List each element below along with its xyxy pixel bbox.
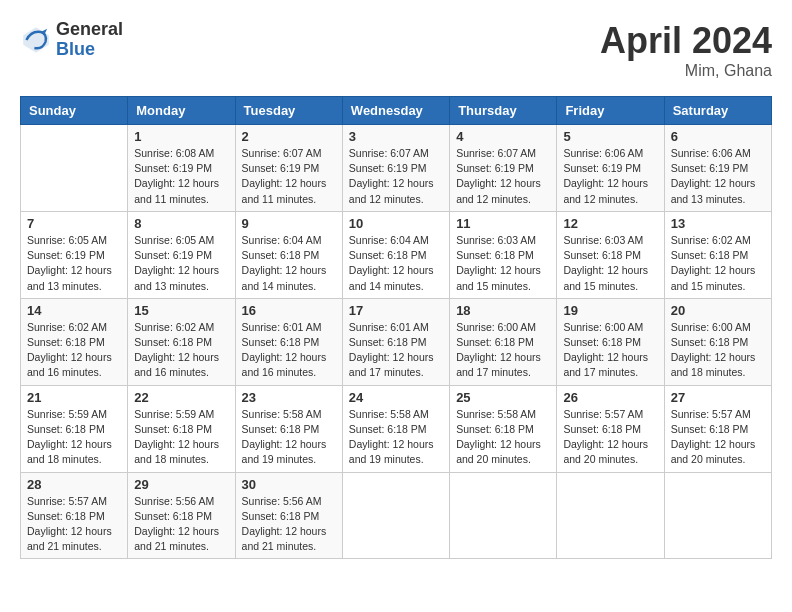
day-number: 13: [671, 216, 765, 231]
day-number: 30: [242, 477, 336, 492]
header-row: SundayMondayTuesdayWednesdayThursdayFrid…: [21, 97, 772, 125]
day-info: Sunrise: 5:57 AM Sunset: 6:18 PM Dayligh…: [671, 407, 765, 468]
day-cell: 5Sunrise: 6:06 AM Sunset: 6:19 PM Daylig…: [557, 125, 664, 212]
day-number: 2: [242, 129, 336, 144]
day-number: 25: [456, 390, 550, 405]
day-info: Sunrise: 6:05 AM Sunset: 6:19 PM Dayligh…: [27, 233, 121, 294]
day-cell: 22Sunrise: 5:59 AM Sunset: 6:18 PM Dayli…: [128, 385, 235, 472]
day-cell: 15Sunrise: 6:02 AM Sunset: 6:18 PM Dayli…: [128, 298, 235, 385]
logo-icon: [20, 24, 52, 56]
day-cell: 12Sunrise: 6:03 AM Sunset: 6:18 PM Dayli…: [557, 211, 664, 298]
day-number: 24: [349, 390, 443, 405]
day-number: 19: [563, 303, 657, 318]
day-info: Sunrise: 6:02 AM Sunset: 6:18 PM Dayligh…: [134, 320, 228, 381]
week-row-2: 14Sunrise: 6:02 AM Sunset: 6:18 PM Dayli…: [21, 298, 772, 385]
day-number: 15: [134, 303, 228, 318]
day-number: 27: [671, 390, 765, 405]
day-number: 12: [563, 216, 657, 231]
day-number: 5: [563, 129, 657, 144]
month-title: April 2024: [600, 20, 772, 62]
day-number: 6: [671, 129, 765, 144]
day-cell: 3Sunrise: 6:07 AM Sunset: 6:19 PM Daylig…: [342, 125, 449, 212]
day-info: Sunrise: 6:03 AM Sunset: 6:18 PM Dayligh…: [563, 233, 657, 294]
day-cell: 27Sunrise: 5:57 AM Sunset: 6:18 PM Dayli…: [664, 385, 771, 472]
day-info: Sunrise: 5:56 AM Sunset: 6:18 PM Dayligh…: [242, 494, 336, 555]
day-cell: 24Sunrise: 5:58 AM Sunset: 6:18 PM Dayli…: [342, 385, 449, 472]
day-info: Sunrise: 6:00 AM Sunset: 6:18 PM Dayligh…: [456, 320, 550, 381]
day-cell: [664, 472, 771, 559]
day-info: Sunrise: 6:00 AM Sunset: 6:18 PM Dayligh…: [671, 320, 765, 381]
day-number: 28: [27, 477, 121, 492]
day-info: Sunrise: 6:07 AM Sunset: 6:19 PM Dayligh…: [349, 146, 443, 207]
day-number: 10: [349, 216, 443, 231]
header-monday: Monday: [128, 97, 235, 125]
day-cell: 9Sunrise: 6:04 AM Sunset: 6:18 PM Daylig…: [235, 211, 342, 298]
day-info: Sunrise: 6:08 AM Sunset: 6:19 PM Dayligh…: [134, 146, 228, 207]
logo-general: General: [56, 20, 123, 40]
day-number: 18: [456, 303, 550, 318]
day-number: 16: [242, 303, 336, 318]
page-header: General Blue April 2024 Mim, Ghana: [20, 20, 772, 80]
day-number: 21: [27, 390, 121, 405]
day-cell: 2Sunrise: 6:07 AM Sunset: 6:19 PM Daylig…: [235, 125, 342, 212]
day-info: Sunrise: 5:59 AM Sunset: 6:18 PM Dayligh…: [27, 407, 121, 468]
day-cell: [557, 472, 664, 559]
header-sunday: Sunday: [21, 97, 128, 125]
day-number: 26: [563, 390, 657, 405]
day-number: 23: [242, 390, 336, 405]
calendar-table: SundayMondayTuesdayWednesdayThursdayFrid…: [20, 96, 772, 559]
header-friday: Friday: [557, 97, 664, 125]
header-saturday: Saturday: [664, 97, 771, 125]
day-cell: 11Sunrise: 6:03 AM Sunset: 6:18 PM Dayli…: [450, 211, 557, 298]
week-row-4: 28Sunrise: 5:57 AM Sunset: 6:18 PM Dayli…: [21, 472, 772, 559]
day-number: 20: [671, 303, 765, 318]
day-cell: 13Sunrise: 6:02 AM Sunset: 6:18 PM Dayli…: [664, 211, 771, 298]
day-info: Sunrise: 6:03 AM Sunset: 6:18 PM Dayligh…: [456, 233, 550, 294]
day-cell: 8Sunrise: 6:05 AM Sunset: 6:19 PM Daylig…: [128, 211, 235, 298]
day-info: Sunrise: 5:58 AM Sunset: 6:18 PM Dayligh…: [242, 407, 336, 468]
day-info: Sunrise: 5:59 AM Sunset: 6:18 PM Dayligh…: [134, 407, 228, 468]
day-cell: 28Sunrise: 5:57 AM Sunset: 6:18 PM Dayli…: [21, 472, 128, 559]
day-info: Sunrise: 6:07 AM Sunset: 6:19 PM Dayligh…: [456, 146, 550, 207]
day-cell: 25Sunrise: 5:58 AM Sunset: 6:18 PM Dayli…: [450, 385, 557, 472]
day-cell: 30Sunrise: 5:56 AM Sunset: 6:18 PM Dayli…: [235, 472, 342, 559]
day-cell: 17Sunrise: 6:01 AM Sunset: 6:18 PM Dayli…: [342, 298, 449, 385]
day-cell: [21, 125, 128, 212]
day-number: 9: [242, 216, 336, 231]
day-cell: 14Sunrise: 6:02 AM Sunset: 6:18 PM Dayli…: [21, 298, 128, 385]
day-cell: 23Sunrise: 5:58 AM Sunset: 6:18 PM Dayli…: [235, 385, 342, 472]
day-cell: 6Sunrise: 6:06 AM Sunset: 6:19 PM Daylig…: [664, 125, 771, 212]
day-cell: 26Sunrise: 5:57 AM Sunset: 6:18 PM Dayli…: [557, 385, 664, 472]
week-row-1: 7Sunrise: 6:05 AM Sunset: 6:19 PM Daylig…: [21, 211, 772, 298]
day-info: Sunrise: 6:02 AM Sunset: 6:18 PM Dayligh…: [27, 320, 121, 381]
logo: General Blue: [20, 20, 123, 60]
day-info: Sunrise: 6:01 AM Sunset: 6:18 PM Dayligh…: [242, 320, 336, 381]
day-info: Sunrise: 6:04 AM Sunset: 6:18 PM Dayligh…: [242, 233, 336, 294]
day-cell: 20Sunrise: 6:00 AM Sunset: 6:18 PM Dayli…: [664, 298, 771, 385]
day-cell: 4Sunrise: 6:07 AM Sunset: 6:19 PM Daylig…: [450, 125, 557, 212]
day-cell: 7Sunrise: 6:05 AM Sunset: 6:19 PM Daylig…: [21, 211, 128, 298]
day-cell: 18Sunrise: 6:00 AM Sunset: 6:18 PM Dayli…: [450, 298, 557, 385]
day-number: 17: [349, 303, 443, 318]
day-cell: 16Sunrise: 6:01 AM Sunset: 6:18 PM Dayli…: [235, 298, 342, 385]
day-number: 11: [456, 216, 550, 231]
day-info: Sunrise: 5:57 AM Sunset: 6:18 PM Dayligh…: [27, 494, 121, 555]
day-cell: [342, 472, 449, 559]
day-number: 29: [134, 477, 228, 492]
day-info: Sunrise: 6:05 AM Sunset: 6:19 PM Dayligh…: [134, 233, 228, 294]
day-info: Sunrise: 6:06 AM Sunset: 6:19 PM Dayligh…: [671, 146, 765, 207]
day-cell: 10Sunrise: 6:04 AM Sunset: 6:18 PM Dayli…: [342, 211, 449, 298]
day-info: Sunrise: 6:02 AM Sunset: 6:18 PM Dayligh…: [671, 233, 765, 294]
logo-blue: Blue: [56, 40, 123, 60]
logo-text: General Blue: [56, 20, 123, 60]
day-info: Sunrise: 5:57 AM Sunset: 6:18 PM Dayligh…: [563, 407, 657, 468]
header-thursday: Thursday: [450, 97, 557, 125]
day-number: 22: [134, 390, 228, 405]
header-tuesday: Tuesday: [235, 97, 342, 125]
day-info: Sunrise: 5:58 AM Sunset: 6:18 PM Dayligh…: [456, 407, 550, 468]
day-info: Sunrise: 5:56 AM Sunset: 6:18 PM Dayligh…: [134, 494, 228, 555]
day-number: 7: [27, 216, 121, 231]
title-block: April 2024 Mim, Ghana: [600, 20, 772, 80]
location: Mim, Ghana: [600, 62, 772, 80]
day-number: 4: [456, 129, 550, 144]
